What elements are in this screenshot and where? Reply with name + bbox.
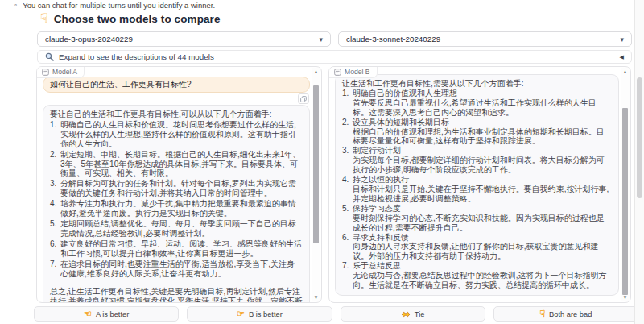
page-scrollbar-thumb[interactable] (637, 77, 642, 198)
point-left-hand-icon: ☜ (84, 309, 92, 318)
handshake-icon (401, 310, 411, 318)
list-item: 2.制定短期、中期、长期目标。根据自己的人生目标,细化出未来1年、3年、5年甚至… (50, 150, 303, 179)
instructions-line: ◦ You can chat for multiple turns until … (14, 1, 628, 10)
model-b-response-bubble: 让生活和工作更有目标性,需要从以下几个方面着手: 1.明确自己的价值观和人生理想… (335, 74, 619, 296)
message-actions (43, 93, 309, 105)
b-is-better-button[interactable]: ☞ B is better (187, 306, 332, 322)
list-item: 2.设立具体的短期和长期目标根据自己的价值观和理想,为生活和事业制定具体的短期和… (342, 118, 612, 147)
chat-panels: Model A 如何让自己的生活、工作更具有目标性? 要让自己的生活和工作更具有… (36, 66, 631, 303)
chevron-down-icon: ▾ (620, 35, 624, 44)
model-a-panel: Model A 如何让自己的生活、工作更具有目标性? 要让自己的生活和工作更具有… (36, 66, 322, 303)
list-item: 6.寻求支持和反馈向身边的人寻求支持和反馈,让他们了解你的目标,获取宝贵的意见和… (342, 233, 612, 262)
model-descriptions-accordion[interactable]: Expand to see the descriptions of 44 mod… (37, 50, 632, 64)
copy-icon[interactable] (298, 93, 309, 104)
list-item: 1.明确自己的价值观和人生理想首先要反思自己最重视什么,希望通过生活和工作实现什… (342, 89, 612, 118)
vote-buttons-row: ☜ A is better ☞ B is better Tie ☟ Both a… (34, 306, 638, 322)
magnifier-icon (45, 52, 54, 61)
chatbot-arena-app: ◦ You can chat for multiple turns until … (0, 0, 644, 324)
list-item: 7.乐于总结反思无论成功与否,都要总结反思过程中的经验教训,这将为下一个目标指明… (342, 261, 612, 290)
scrollbar-thumb[interactable] (622, 108, 628, 295)
user-message-text: 如何让自己的生活、工作更具有目标性? (50, 80, 192, 89)
model-selects-row: claude-3-opus-20240229 ▾ claude-3-sonnet… (37, 31, 632, 47)
model-a-select[interactable]: claude-3-opus-20240229 ▾ (37, 31, 331, 47)
response-intro: 要让自己的生活和工作更具有目标性,可以从以下几个方面着手: (50, 110, 303, 119)
page-title: Choose two models to compare (54, 13, 221, 25)
list-item: 4.培养专注力和执行力。减少干扰,集中精力把最重要和最紧迫的事情做好,避免半途而… (50, 199, 303, 218)
list-item: 7.在追求目标的同时,也要注重生活的平衡,适当放松,享受当下,关注身心健康,维系… (50, 260, 303, 279)
chatbot-icon (334, 69, 341, 76)
scroll-up-icon[interactable]: ▲ (621, 69, 630, 74)
user-message-bubble: 如何让自己的生活、工作更具有目标性? (43, 77, 310, 93)
model-b-select[interactable]: claude-3-sonnet-20240229 ▾ (338, 31, 632, 47)
list-item: 3.制定行动计划为实现每个目标,都要制定详细的行动计划和时间表。将大目标分解为可… (342, 146, 612, 175)
model-a-select-value: claude-3-opus-20240229 (45, 35, 319, 44)
model-a-label: Model A (37, 67, 85, 78)
chatbot-icon (42, 69, 49, 76)
thumbs-down-icon-button[interactable]: ☟ Both are bad (493, 306, 638, 322)
page-scrollbar[interactable] (634, 0, 644, 324)
list-item: 1.明确自己的人生目标和价值观。花时间思考你想要过什么样的生活,实现什么样的人生… (50, 120, 303, 149)
list-item: 5.定期回顾总结,调整优化。每周、每月、每季度回顾一下自己的目标完成情况,总结经… (50, 219, 303, 239)
scroll-down-icon[interactable]: ▼ (621, 295, 630, 300)
accordion-label: Expand to see the descriptions of 44 mod… (59, 52, 615, 61)
point-right-hand-icon: ☞ (237, 309, 245, 318)
model-b-chat-area: 让生活和工作更有目标性,需要从以下几个方面着手: 1.明确自己的价值观和人生理想… (329, 67, 621, 302)
tie-button[interactable]: Tie (341, 306, 485, 322)
chevron-down-icon: ▾ (319, 35, 323, 44)
a-is-better-button[interactable]: ☜ A is better (34, 306, 179, 322)
bullet-glyph: ◦ (14, 1, 17, 10)
list-item: 6.建立良好的日常习惯。早起、运动、阅读、学习、感恩等良好的生活和工作习惯,可以… (50, 239, 303, 259)
list-item: 5.保持学习态度要时刻保持学习的心态,不断充实知识和技能。因为实现目标的过程也是… (342, 204, 612, 233)
model-b-select-value: claude-3-sonnet-20240229 (346, 35, 620, 44)
instructions-text: You can chat for multiple turns until yo… (23, 1, 215, 10)
response-outro: 总之,让生活工作更有目标性,关键是要先明确目标,再制定计划,然后专注执行,并养成… (50, 287, 303, 302)
point-down-hand-icon: ☟ (40, 12, 48, 25)
model-b-label: Model B (329, 67, 378, 78)
model-a-chat-area: 如何让自己的生活、工作更具有目标性? 要让自己的生活和工作更具有目标性,可以从以… (37, 67, 312, 302)
section-header: ☟ Choose two models to compare (40, 12, 221, 25)
model-a-scrollbar[interactable]: ▲ ▼ (312, 68, 320, 301)
model-a-response-bubble: 要让自己的生活和工作更具有目标性,可以从以下几个方面着手: 1.明确自己的人生目… (43, 105, 310, 302)
model-b-panel: Model B 让生活和工作更有目标性,需要从以下几个方面着手: 1.明确自己的… (328, 66, 631, 303)
accordion-collapse-icon: ◀ (620, 54, 624, 60)
response-intro: 让生活和工作更有目标性,需要从以下几个方面着手: (342, 79, 612, 89)
list-item: 4.持之以恒的执行目标和计划只是开始,关键在于坚持不懈地执行。要自我约束,按计划… (342, 175, 612, 204)
scroll-up-icon[interactable]: ▲ (312, 69, 320, 74)
thumbs-down-icon: ☟ (539, 309, 545, 318)
scroll-down-icon[interactable]: ▼ (312, 295, 320, 300)
list-item: 3.分解目标为可执行的任务和计划。针对每个目标,罗列出为实现它需要做的关键任务和… (50, 179, 303, 198)
scrollbar-thumb[interactable] (313, 85, 319, 243)
model-b-scrollbar[interactable]: ▲ ▼ (621, 68, 630, 301)
